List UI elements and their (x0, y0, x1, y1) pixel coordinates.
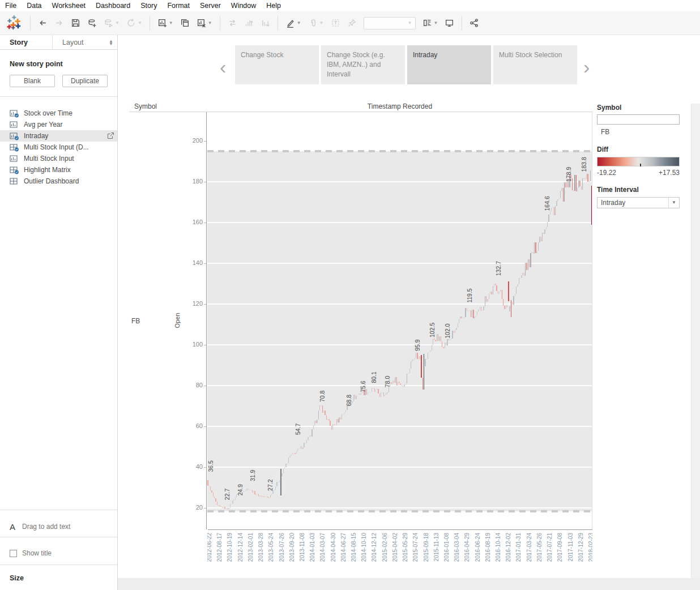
column-field-header[interactable]: Timestamp Recorded (207, 102, 592, 110)
story-point-change-stock[interactable]: Change Stock (235, 45, 319, 84)
drag-text-control[interactable]: A Drag to add text (10, 515, 70, 538)
symbol-input[interactable] (597, 114, 680, 125)
vertical-scrollbar[interactable] (691, 104, 700, 590)
menu-format[interactable]: Format (162, 0, 195, 11)
x-tick-label: 2012-10-19 (227, 533, 233, 562)
mark-label-22.7: 22.7 (224, 489, 231, 501)
show-title-checkbox[interactable] (10, 550, 17, 557)
duplicate-sheet-button[interactable] (177, 16, 193, 30)
sheet-item-avg-per-year[interactable]: Avg per Year (0, 119, 117, 130)
x-tick-label: 2014-04-30 (330, 533, 336, 562)
menu-story[interactable]: Story (135, 0, 162, 11)
divider (0, 96, 117, 97)
pane-switch-icon[interactable]: ▴▾ (105, 35, 117, 49)
x-tick-label: 2013-02-01 (247, 533, 254, 562)
new-data-source-button[interactable] (84, 16, 100, 30)
symbol-selected-value[interactable]: FB (601, 128, 681, 136)
x-tick-label: 2012-12-14 (237, 533, 244, 562)
new-worksheet-icon (157, 18, 167, 28)
sheet-item-intraday[interactable]: Intraday (0, 130, 117, 142)
diff-zero-tick (640, 164, 641, 166)
menu-window[interactable]: Window (226, 0, 261, 11)
mark-label-183.8: 183.8 (581, 157, 587, 172)
worksheet-icon (10, 155, 19, 163)
row-field-header[interactable]: Symbol (134, 102, 157, 110)
share-button[interactable] (467, 16, 482, 30)
sheet-item-multi-stock-input[interactable]: Multi Stock Input (0, 153, 117, 164)
story-point-change-stock-e-g-ibm-amzn-and-intervall[interactable]: Change Stock (e.g. IBM, AMZN..) and Inte… (321, 45, 405, 84)
sheet-label: Avg per Year (24, 121, 63, 129)
clear-sheet-button[interactable]: ▼ (194, 16, 215, 30)
x-tick-label: 2016-03-04 (454, 533, 460, 562)
blank-button[interactable]: Blank (10, 75, 55, 87)
menu-help[interactable]: Help (261, 0, 286, 11)
x-tick-label: 2015-02-06 (382, 533, 388, 562)
mark-label-24.9: 24.9 (237, 484, 244, 496)
story-point-multi-stock-selection[interactable]: Multi Stock Selection (493, 45, 577, 84)
mark-label-78.0: 78.0 (384, 376, 391, 388)
sheet-item-highlight-matrix[interactable]: Highlight Matrix (0, 164, 117, 176)
y-tick-label: 140 (185, 259, 203, 266)
fit-selector[interactable]: ▼ (364, 17, 416, 29)
duplicate-button[interactable]: Duplicate (62, 75, 108, 87)
sheet-label: Highlight Matrix (24, 166, 71, 174)
tab-layout[interactable]: Layout (52, 35, 105, 49)
pause-auto-updates-icon (104, 18, 113, 28)
x-tick-label: 2016-08-19 (485, 533, 491, 562)
menu-dashboard[interactable]: Dashboard (91, 0, 135, 11)
divider (0, 537, 117, 537)
menu-server[interactable]: Server (195, 0, 226, 11)
x-tick-label: 2013-11-08 (299, 533, 305, 562)
x-tick-label: 2017-01-31 (515, 533, 522, 562)
y-tick-label: 160 (185, 219, 203, 225)
open-in-window-icon[interactable] (108, 132, 114, 139)
menu-worksheet[interactable]: Worksheet (47, 0, 91, 11)
redo-button (52, 16, 67, 30)
highlight-button[interactable]: ▼ (283, 16, 304, 30)
story-point-intraday[interactable]: Intraday (407, 45, 491, 84)
y-axis-title[interactable]: Open (174, 313, 181, 328)
time-interval-dropdown[interactable]: Intraday ▼ (597, 197, 680, 208)
sheet-item-multi-stock-input-d[interactable]: Multi Stock Input (D... (0, 142, 117, 153)
y-tick-label: 60 (185, 422, 203, 429)
y-tick-label: 120 (185, 300, 203, 307)
chevron-down-icon: ▼ (169, 20, 173, 25)
new-story-point-heading: New story point (10, 60, 63, 68)
presentation-mode-button[interactable] (442, 16, 457, 30)
y-tick-label: 200 (185, 137, 203, 144)
tableau-story-window: FileDataWorksheetDashboardStoryFormatSer… (0, 0, 700, 590)
mark-label-54.7: 54.7 (294, 423, 301, 435)
mark-label-102.5: 102.5 (429, 323, 436, 337)
sheet-item-stock-over-time[interactable]: Stock over Time (0, 108, 117, 119)
menu-file[interactable]: File (0, 0, 22, 11)
x-tick-label: 2016-12-02 (505, 533, 511, 562)
tab-story[interactable]: Story (0, 35, 52, 49)
menu-data[interactable]: Data (22, 0, 46, 11)
sort-ascending-icon (244, 18, 254, 28)
sheet-item-outlier-dashboard[interactable]: Outlier Dashboard (0, 176, 117, 187)
divider (0, 565, 117, 565)
candlestick-plot[interactable]: 36.522.724.931.927.254.770.868.875.680.1… (207, 112, 592, 578)
tableau-logo-icon[interactable]: ✚✚✚✚✚✚✚ (6, 15, 23, 31)
save-button[interactable] (68, 16, 83, 30)
story-prev-icon[interactable]: ‹ (220, 55, 226, 78)
x-tick-label: 2014-01-03 (309, 533, 315, 562)
show-cards-button[interactable]: ▼ (420, 16, 441, 30)
y-tick-label: 20 (185, 504, 203, 511)
x-tick-label: 2012-08-17 (216, 533, 223, 562)
sheet-label: Stock over Time (24, 109, 72, 117)
clear-sheet-icon (197, 18, 206, 28)
story-sidebar: Story Layout ▴▾ New story point Blank Du… (0, 35, 118, 590)
chevron-down-icon: ▼ (434, 20, 438, 25)
x-tick-label: 2014-10-10 (361, 533, 367, 562)
row-label-fb[interactable]: FB (131, 317, 140, 325)
x-tick-label: 2017-03-24 (526, 533, 532, 562)
x-tick-label: 2012-06-22 (207, 533, 212, 562)
diff-color-legend[interactable] (597, 157, 680, 166)
x-tick-label: 2013-03-28 (258, 533, 264, 562)
story-next-icon[interactable]: › (583, 55, 590, 78)
undo-button[interactable] (35, 16, 50, 30)
new-worksheet-button[interactable]: ▼ (155, 16, 176, 30)
chevron-down-icon[interactable]: ▼ (668, 198, 679, 208)
x-tick-label: 2016-01-08 (443, 533, 450, 562)
